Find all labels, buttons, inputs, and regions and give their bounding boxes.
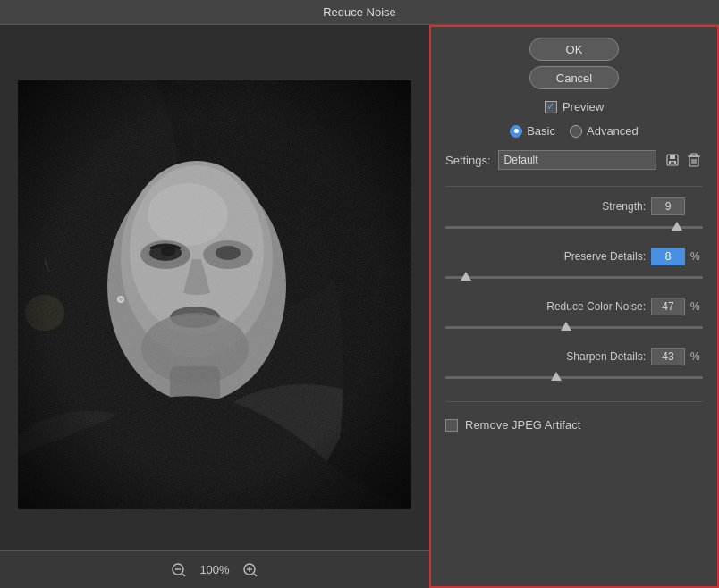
preserve-details-group: Preserve Details: % — [445, 248, 703, 285]
reduce-color-noise-input[interactable] — [651, 298, 685, 315]
reduce-color-noise-group: Reduce Color Noise: % — [445, 298, 703, 335]
photo-canvas — [18, 80, 411, 509]
preview-image-area — [0, 25, 429, 550]
sharpen-details-input[interactable] — [651, 348, 685, 365]
preserve-details-unit: % — [690, 250, 703, 263]
main-container: 100% OK Cancel Preview — [0, 25, 719, 588]
jpeg-artifact-checkbox[interactable] — [445, 419, 458, 432]
reduce-color-noise-slider[interactable] — [445, 319, 703, 335]
preserve-details-input[interactable] — [651, 248, 685, 265]
settings-dropdown[interactable]: Default — [498, 150, 656, 170]
sharpen-details-track — [445, 376, 703, 379]
reduce-color-noise-label: Reduce Color Noise: — [546, 300, 646, 313]
zoom-out-button[interactable] — [169, 560, 189, 580]
strength-thumb[interactable] — [672, 222, 682, 231]
zoom-level: 100% — [199, 563, 229, 576]
divider-2 — [445, 401, 703, 402]
advanced-radio-option[interactable]: Advanced — [570, 124, 639, 138]
basic-label: Basic — [527, 124, 555, 138]
divider-1 — [445, 186, 703, 187]
preserve-details-thumb[interactable] — [461, 272, 471, 281]
strength-slider[interactable] — [445, 219, 703, 235]
action-buttons: OK Cancel — [445, 38, 703, 89]
title-bar: Reduce Noise — [0, 0, 719, 25]
reduce-color-noise-unit: % — [690, 300, 703, 313]
jpeg-artifact-label: Remove JPEG Artifact — [465, 418, 580, 432]
strength-input[interactable] — [651, 197, 685, 215]
strength-group: Strength: — [445, 197, 703, 235]
basic-radio-circle[interactable] — [510, 125, 522, 138]
svg-line-29 — [182, 574, 185, 576]
photo-svg — [18, 80, 411, 509]
ok-button[interactable]: OK — [529, 38, 619, 61]
preview-label: Preview — [563, 100, 604, 113]
svg-rect-35 — [670, 155, 675, 159]
advanced-radio-circle[interactable] — [570, 125, 582, 138]
preview-row: Preview — [445, 100, 703, 113]
strength-row: Strength: — [445, 197, 703, 215]
svg-rect-37 — [671, 162, 674, 164]
strength-label: Strength: — [602, 200, 646, 213]
settings-label: Settings: — [445, 154, 491, 167]
dialog-title: Reduce Noise — [323, 5, 396, 19]
reduce-color-noise-track — [445, 326, 703, 329]
preserve-details-track — [445, 276, 703, 279]
strength-track — [445, 226, 703, 229]
svg-rect-26 — [18, 80, 411, 509]
cancel-button[interactable]: Cancel — [529, 66, 619, 89]
controls-panel: OK Cancel Preview Basic Advanced Setting… — [429, 25, 719, 588]
preview-checkbox[interactable] — [545, 101, 557, 113]
save-preset-icon[interactable] — [664, 151, 681, 169]
reduce-color-noise-thumb[interactable] — [561, 322, 571, 331]
mode-radio-row: Basic Advanced — [445, 124, 703, 138]
svg-rect-43 — [691, 154, 697, 156]
sharpen-details-thumb[interactable] — [551, 372, 562, 381]
preserve-details-row: Preserve Details: % — [445, 248, 703, 265]
sharpen-details-label: Sharpen Details: — [566, 350, 646, 363]
basic-radio-option[interactable]: Basic — [510, 124, 555, 138]
settings-icons — [664, 151, 703, 169]
delete-preset-icon[interactable] — [685, 151, 703, 169]
svg-line-33 — [254, 574, 257, 576]
preserve-details-slider[interactable] — [445, 269, 703, 285]
reduce-color-noise-row: Reduce Color Noise: % — [445, 298, 703, 315]
sharpen-details-group: Sharpen Details: % — [445, 348, 703, 385]
settings-row: Settings: Default — [445, 150, 703, 170]
sharpen-details-row: Sharpen Details: % — [445, 348, 703, 365]
sharpen-details-unit: % — [690, 350, 703, 363]
preserve-details-label: Preserve Details: — [564, 250, 646, 263]
preview-panel: 100% — [0, 25, 429, 588]
sharpen-details-slider[interactable] — [445, 369, 703, 385]
advanced-label: Advanced — [587, 124, 639, 138]
jpeg-artifact-row: Remove JPEG Artifact — [445, 418, 703, 432]
zoom-toolbar: 100% — [0, 550, 429, 588]
zoom-in-button[interactable] — [241, 560, 260, 580]
